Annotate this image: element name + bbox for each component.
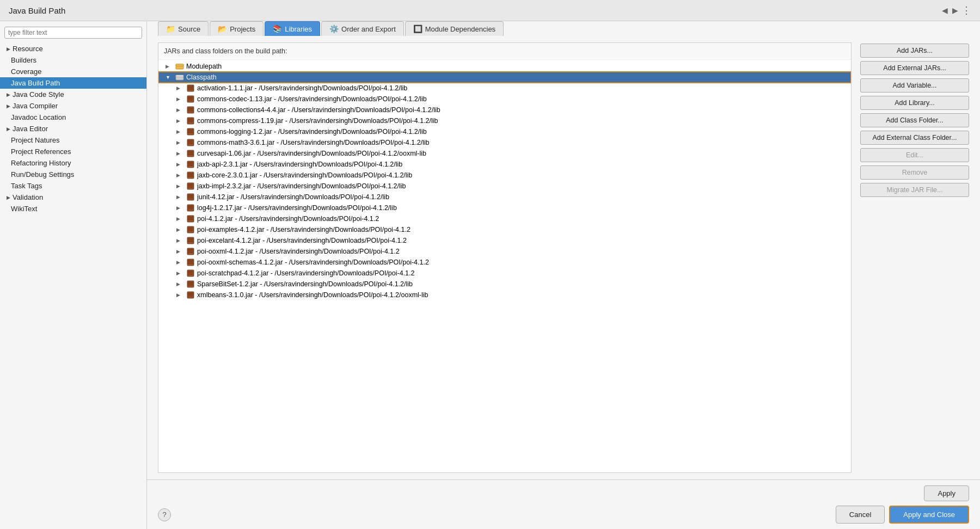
tree-row[interactable]: ▶ poi-examples-4.1.2.jar - /Users/ravind…: [158, 224, 851, 235]
action-buttons-panel: Add JARs... Add External JARs... Add Var…: [860, 42, 969, 473]
svg-rect-83: [188, 296, 193, 297]
expand-icon: ▶: [176, 140, 184, 145]
cancel-button[interactable]: Cancel: [836, 506, 885, 524]
tree-container[interactable]: ▶ Modulepath▼ Classpath▶ activation-1.1.…: [158, 60, 851, 472]
tree-row[interactable]: ▶ log4j-1.2.17.jar - /Users/ravindersing…: [158, 202, 851, 213]
apply-close-button[interactable]: Apply and Close: [889, 506, 969, 524]
filter-input[interactable]: [4, 27, 142, 39]
sidebar-item-coverage[interactable]: Coverage: [0, 66, 146, 77]
tree-row[interactable]: ▶ poi-ooxml-schemas-4.1.2.jar - /Users/r…: [158, 257, 851, 268]
add-external-jars-button[interactable]: Add External JARs...: [860, 61, 969, 75]
svg-rect-54: [188, 218, 193, 219]
tree-row[interactable]: ▶ poi-scratchpad-4.1.2.jar - /Users/ravi…: [158, 268, 851, 279]
svg-rect-53: [188, 217, 193, 218]
svg-rect-15: [188, 110, 193, 112]
jar-icon: [186, 138, 195, 147]
svg-rect-21: [188, 130, 193, 131]
tree-row[interactable]: ▶ commons-collections4-4.4.jar - /Users/…: [158, 104, 851, 115]
tree-row[interactable]: ▶ poi-ooxml-4.1.2.jar - /Users/ravinders…: [158, 246, 851, 257]
tree-row[interactable]: ▶ activation-1.1.1.jar - /Users/ravinder…: [158, 83, 851, 94]
remove-button[interactable]: Remove: [860, 165, 969, 180]
tabs-bar: 📁Source📂Projects📚Libraries⚙️Order and Ex…: [147, 21, 980, 36]
jar-icon: [186, 84, 195, 93]
sidebar: ▶ResourceBuildersCoverageJava Build Path…: [0, 21, 147, 529]
tab-libraries[interactable]: 📚Libraries: [265, 21, 320, 36]
sidebar-item-label: Java Editor: [13, 125, 48, 133]
tree-row[interactable]: ▶ curvesapi-1.06.jar - /Users/ravindersi…: [158, 148, 851, 159]
svg-rect-38: [188, 175, 193, 176]
tree-row[interactable]: ▶ commons-math3-3.6.1.jar - /Users/ravin…: [158, 137, 851, 148]
tree-row[interactable]: ▶ commons-logging-1.2.jar - /Users/ravin…: [158, 126, 851, 137]
sidebar-item-label: Project Natures: [11, 136, 60, 144]
tab-projects[interactable]: 📂Projects: [210, 21, 264, 36]
sidebar-item-javadoc-location[interactable]: Javadoc Location: [0, 112, 146, 123]
add-variable-button[interactable]: Add Variable...: [860, 78, 969, 93]
jar-icon: [186, 258, 195, 267]
expand-icon: ▶: [176, 270, 184, 276]
jar-icon: [186, 247, 195, 256]
tree-row[interactable]: ▶ xmlbeans-3.1.0.jar - /Users/ravindersi…: [158, 290, 851, 300]
tree-row-classpath[interactable]: ▼ Classpath: [158, 72, 851, 83]
tree-row[interactable]: ▶ commons-compress-1.19.jar - /Users/rav…: [158, 115, 851, 126]
add-jars-button[interactable]: Add JARs...: [860, 44, 969, 58]
sidebar-item-builders[interactable]: Builders: [0, 54, 146, 66]
tree-row[interactable]: ▶ SparseBitSet-1.2.jar - /Users/ravinder…: [158, 279, 851, 290]
modulepath-icon: [175, 62, 185, 71]
sidebar-item-java-build-path[interactable]: Java Build Path: [0, 77, 146, 89]
projects-tab-icon: 📂: [218, 24, 227, 33]
expand-arrow-icon: ▶: [7, 46, 10, 52]
svg-rect-77: [188, 282, 193, 283]
jar-entry-label: commons-compress-1.19.jar - /Users/ravin…: [197, 117, 848, 125]
bottom-bar: Apply ? Cancel Apply and Close: [147, 479, 980, 529]
jar-entry-label: poi-examples-4.1.2.jar - /Users/ravinder…: [197, 226, 848, 233]
sidebar-item-label: Javadoc Location: [11, 113, 66, 121]
add-class-folder-button[interactable]: Add Class Folder...: [860, 113, 969, 127]
sidebar-item-task-tags[interactable]: Task Tags: [0, 180, 146, 192]
main-content: 📁Source📂Projects📚Libraries⚙️Order and Ex…: [147, 21, 980, 529]
jar-entry-label: poi-scratchpad-4.1.2.jar - /Users/ravind…: [197, 269, 848, 277]
menu-button[interactable]: ⋮: [961, 4, 971, 16]
tab-label-order-export: Order and Export: [341, 25, 396, 33]
svg-rect-27: [188, 143, 193, 144]
tab-source[interactable]: 📁Source: [158, 21, 209, 36]
sidebar-item-refactoring-history[interactable]: Refactoring History: [0, 157, 146, 169]
tree-row[interactable]: ▶ junit-4.12.jar - /Users/ravindersingh/…: [158, 192, 851, 202]
tree-row[interactable]: ▶ poi-4.1.2.jar - /Users/ravindersingh/D…: [158, 213, 851, 224]
tree-row[interactable]: ▶ commons-codec-1.13.jar - /Users/ravind…: [158, 94, 851, 104]
sidebar-item-java-compiler[interactable]: ▶Java Compiler: [0, 100, 146, 112]
add-library-button[interactable]: Add Library...: [860, 96, 969, 110]
forward-button[interactable]: ▶: [951, 6, 959, 15]
migrate-jar-button[interactable]: Migrate JAR File...: [860, 183, 969, 197]
sidebar-item-wikitext[interactable]: WikiText: [0, 203, 146, 214]
tree-row[interactable]: ▶ jaxb-impl-2.3.2.jar - /Users/ravinders…: [158, 181, 851, 192]
jar-icon: [186, 116, 195, 125]
add-external-class-folder-button[interactable]: Add External Class Folder...: [860, 131, 969, 145]
svg-rect-23: [188, 132, 193, 133]
tree-row[interactable]: ▶ jaxb-core-2.3.0.1.jar - /Users/ravinde…: [158, 170, 851, 181]
edit-button[interactable]: Edit...: [860, 148, 969, 162]
bottom-buttons: ? Cancel Apply and Close: [158, 506, 969, 524]
expand-icon: ▶: [176, 216, 184, 222]
sidebar-item-validation[interactable]: ▶Validation: [0, 192, 146, 203]
sidebar-item-run-debug-settings[interactable]: Run/Debug Settings: [0, 169, 146, 180]
tree-row-modulepath[interactable]: ▶ Modulepath: [158, 61, 851, 72]
sidebar-item-resource[interactable]: ▶Resource: [0, 43, 146, 54]
back-button[interactable]: ◀: [941, 6, 949, 15]
tree-row[interactable]: ▶ jaxb-api-2.3.1.jar - /Users/ravindersi…: [158, 159, 851, 170]
sidebar-item-label: Builders: [11, 56, 36, 64]
sidebar-item-project-natures[interactable]: Project Natures: [0, 134, 146, 146]
sidebar-item-project-references[interactable]: Project References: [0, 146, 146, 157]
expand-icon: ▶: [176, 227, 184, 232]
expand-icon: ▶: [176, 292, 184, 298]
tree-row[interactable]: ▶ poi-excelant-4.1.2.jar - /Users/ravind…: [158, 235, 851, 246]
sidebar-item-java-editor[interactable]: ▶Java Editor: [0, 123, 146, 134]
svg-rect-17: [188, 119, 193, 120]
tab-order-export[interactable]: ⚙️Order and Export: [321, 21, 404, 36]
svg-rect-66: [188, 251, 193, 252]
sidebar-item-java-code-style[interactable]: ▶Java Code Style: [0, 89, 146, 100]
jar-entry-label: log4j-1.2.17.jar - /Users/ravindersingh/…: [197, 204, 848, 212]
apply-button[interactable]: Apply: [924, 485, 969, 501]
svg-rect-78: [188, 284, 193, 285]
tab-module-dependencies[interactable]: 🔲Module Dependencies: [405, 21, 504, 36]
help-button[interactable]: ?: [158, 508, 171, 521]
